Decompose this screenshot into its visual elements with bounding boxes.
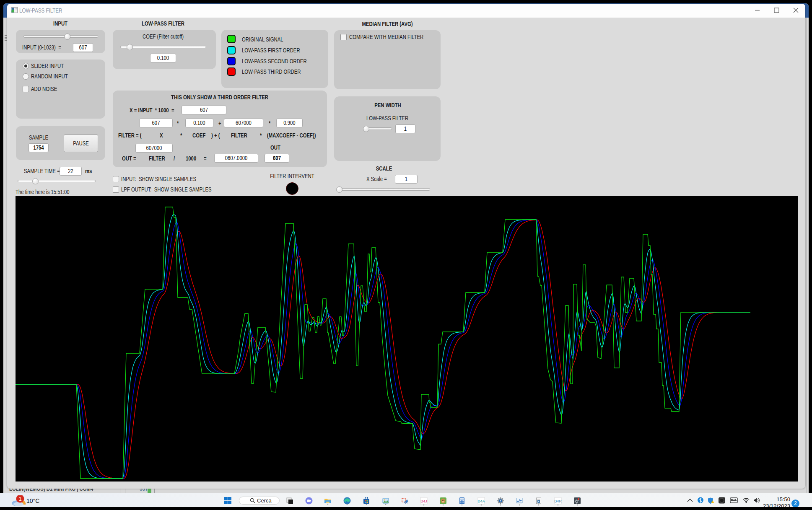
- svg-text:B4J: B4J: [420, 499, 427, 503]
- svg-text:1: 1: [18, 496, 21, 502]
- svg-text:B4A: B4A: [477, 499, 485, 503]
- svg-text:!: !: [712, 501, 713, 503]
- svg-text:B4R: B4R: [554, 499, 562, 503]
